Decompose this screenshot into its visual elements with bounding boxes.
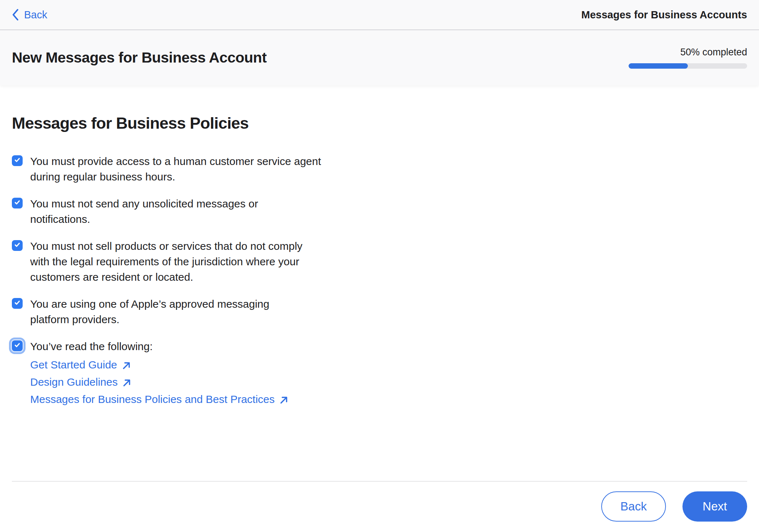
policy-label: You must not send any unsolicited messag…: [30, 196, 258, 227]
policy-link-label: Design Guidelines: [30, 376, 118, 388]
progress-bar: [629, 63, 747, 69]
external-link-arrow-icon: [122, 377, 132, 387]
policy-checkbox[interactable]: [12, 155, 23, 166]
checkmark-icon: [14, 241, 21, 250]
external-link-arrow-icon: [279, 394, 289, 405]
header-main: New Messages for Business Account 50% co…: [0, 30, 759, 85]
policy-link[interactable]: Get Started Guide: [30, 356, 289, 373]
policy-list: You must provide access to a human custo…: [12, 153, 747, 408]
policy-checkbox[interactable]: [12, 298, 23, 309]
nav-title: Messages for Business Accounts: [581, 9, 747, 21]
top-nav: Back Messages for Business Accounts: [0, 0, 759, 30]
nav-back-label: Back: [24, 9, 47, 21]
policy-label: You must provide access to a human custo…: [30, 153, 321, 184]
back-button[interactable]: Back: [601, 491, 666, 522]
checkmark-icon: [14, 341, 21, 350]
external-link-arrow-icon: [122, 360, 131, 370]
checkmark-icon: [14, 156, 21, 165]
policy-links: Get Started Guide Design Guidelines Mess…: [30, 356, 289, 408]
policy-body: You must provide access to a human custo…: [30, 153, 321, 184]
footer-actions: Back Next: [0, 482, 759, 522]
page-title: New Messages for Business Account: [12, 49, 267, 66]
policy-body: You must not sell products or services t…: [30, 238, 303, 285]
policy-label: You’ve read the following:: [30, 339, 289, 354]
nav-back-link[interactable]: Back: [12, 9, 47, 21]
policy-body: You must not send any unsolicited messag…: [30, 196, 258, 227]
next-button[interactable]: Next: [682, 491, 747, 522]
policy-body: You are using one of Apple’s approved me…: [30, 296, 270, 327]
progress-label: 50% completed: [680, 47, 747, 58]
chevron-left-icon: [12, 9, 19, 21]
policy-body: You’ve read the following: Get Started G…: [30, 339, 289, 408]
checkmark-icon: [14, 299, 21, 308]
policy-link[interactable]: Design Guidelines: [30, 373, 289, 391]
checkmark-icon: [14, 199, 21, 207]
progress-bar-fill: [629, 63, 688, 69]
page-header: Back Messages for Business Accounts New …: [0, 0, 759, 85]
policy-item: You must not send any unsolicited messag…: [12, 196, 747, 227]
section-heading: Messages for Business Policies: [12, 114, 747, 133]
policy-item: You are using one of Apple’s approved me…: [12, 296, 747, 327]
main-content: Messages for Business Policies You must …: [0, 85, 759, 481]
policy-checkbox[interactable]: [12, 340, 23, 351]
policy-checkbox[interactable]: [12, 240, 23, 251]
policy-link-label: Get Started Guide: [30, 359, 117, 371]
policy-link-label: Messages for Business Policies and Best …: [30, 393, 275, 405]
policy-checkbox[interactable]: [12, 198, 23, 208]
policy-label: You must not sell products or services t…: [30, 238, 303, 285]
page-footer: Back Next: [0, 481, 759, 532]
policy-item: You must provide access to a human custo…: [12, 153, 747, 184]
policy-item: You must not sell products or services t…: [12, 238, 747, 285]
policy-link[interactable]: Messages for Business Policies and Best …: [30, 391, 289, 408]
progress-area: 50% completed: [629, 47, 747, 69]
policy-label: You are using one of Apple’s approved me…: [30, 296, 270, 327]
policy-item: You’ve read the following: Get Started G…: [12, 339, 747, 408]
